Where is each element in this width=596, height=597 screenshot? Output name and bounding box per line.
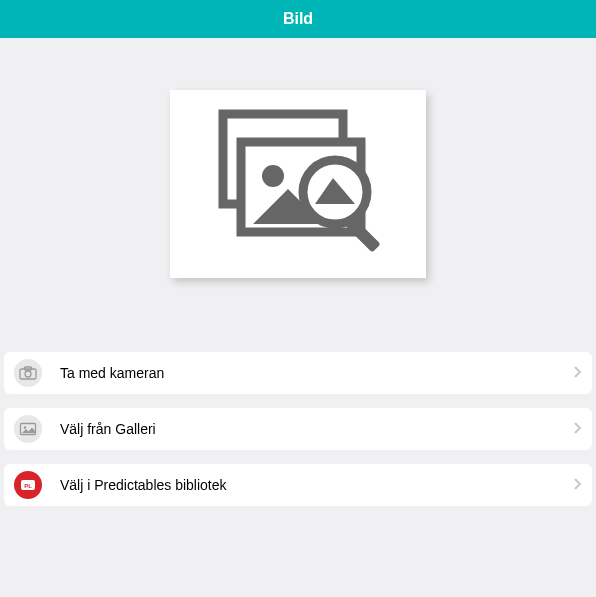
chevron-right-icon [574,476,582,494]
option-choose-from-gallery[interactable]: Välj från Galleri [4,408,592,450]
option-predictable-library[interactable]: PL Välj i Predictables bibliotek [4,464,592,506]
image-search-icon [203,104,393,264]
option-take-with-camera[interactable]: Ta med kameran [4,352,592,394]
svg-text:PL: PL [24,483,32,489]
options-list: Ta med kameran Välj från Galleri PL Välj… [0,322,596,506]
option-label: Välj från Galleri [60,421,574,437]
camera-icon [14,359,42,387]
chevron-right-icon [574,364,582,382]
chevron-right-icon [574,420,582,438]
image-preview-placeholder [170,90,426,278]
svg-point-9 [24,426,27,429]
svg-point-7 [25,371,31,377]
option-label: Välj i Predictables bibliotek [60,477,574,493]
gallery-icon [14,415,42,443]
image-preview-area [0,38,596,322]
svg-point-2 [262,165,284,187]
predictable-library-icon: PL [14,471,42,499]
page-title: Bild [283,10,313,28]
option-label: Ta med kameran [60,365,574,381]
header: Bild [0,0,596,38]
